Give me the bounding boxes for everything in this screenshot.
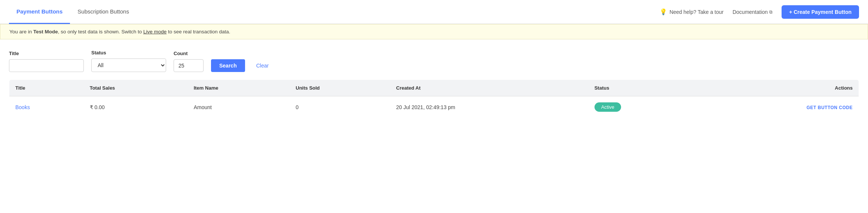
- status-filter-label: Status: [91, 50, 166, 56]
- search-button[interactable]: Search: [211, 59, 245, 72]
- page-wrapper: Payment Buttons Subscription Buttons 💡 N…: [0, 0, 868, 213]
- title-filter-input[interactable]: [9, 59, 84, 72]
- row-title-link[interactable]: Books: [15, 104, 30, 110]
- status-filter-select[interactable]: All Active Inactive: [91, 58, 166, 72]
- col-header-item-name: Item Name: [188, 80, 290, 96]
- clear-button[interactable]: Clear: [253, 59, 272, 72]
- col-header-units-sold: Units Sold: [290, 80, 390, 96]
- data-table: Title Total Sales Item Name Units Sold C…: [9, 80, 859, 118]
- tabs-right: 💡 Need help? Take a tour Documentation ⧉…: [660, 5, 859, 19]
- cell-item-name: Amount: [188, 96, 290, 118]
- col-header-status: Status: [589, 80, 696, 96]
- status-badge: Active: [595, 102, 621, 112]
- filter-section: Title Status All Active Inactive Count S…: [0, 39, 868, 80]
- cell-units-sold: 0: [290, 96, 390, 118]
- filter-row: Title Status All Active Inactive Count S…: [9, 50, 859, 72]
- table-section: Title Total Sales Item Name Units Sold C…: [0, 80, 868, 127]
- cell-total-sales: ₹ 0.00: [84, 96, 188, 118]
- live-mode-link[interactable]: Live mode: [143, 29, 166, 34]
- info-banner: You are in Test Mode, so only test data …: [0, 24, 868, 39]
- tabs-bar: Payment Buttons Subscription Buttons 💡 N…: [0, 0, 868, 24]
- tabs-left: Payment Buttons Subscription Buttons: [9, 0, 660, 24]
- col-header-total-sales: Total Sales: [84, 80, 188, 96]
- external-link-icon: ⧉: [769, 9, 773, 15]
- cell-actions: GET BUTTON CODE: [696, 96, 859, 118]
- cell-created-at: 20 Jul 2021, 02:49:13 pm: [390, 96, 589, 118]
- filter-group-title: Title: [9, 51, 84, 72]
- count-filter-label: Count: [174, 51, 204, 56]
- filter-group-count: Count: [174, 51, 204, 72]
- table-header-row: Title Total Sales Item Name Units Sold C…: [9, 80, 859, 96]
- tab-payment-buttons[interactable]: Payment Buttons: [9, 0, 70, 24]
- col-header-created-at: Created At: [390, 80, 589, 96]
- col-header-actions: Actions: [696, 80, 859, 96]
- title-filter-label: Title: [9, 51, 84, 56]
- cell-title: Books: [9, 96, 84, 118]
- create-payment-button[interactable]: + Create Payment Button: [782, 5, 859, 19]
- help-link[interactable]: 💡 Need help? Take a tour: [660, 8, 724, 15]
- documentation-link[interactable]: Documentation ⧉: [733, 9, 773, 15]
- tab-subscription-buttons[interactable]: Subscription Buttons: [70, 0, 137, 24]
- cell-status: Active: [589, 96, 696, 118]
- filter-group-status: Status All Active Inactive: [91, 50, 166, 72]
- bulb-icon: 💡: [660, 8, 667, 15]
- count-filter-input[interactable]: [174, 59, 204, 72]
- table-row: Books ₹ 0.00 Amount 0 20 Jul 2021, 02:49…: [9, 96, 859, 118]
- col-header-title: Title: [9, 80, 84, 96]
- get-button-code-link[interactable]: GET BUTTON CODE: [807, 105, 853, 110]
